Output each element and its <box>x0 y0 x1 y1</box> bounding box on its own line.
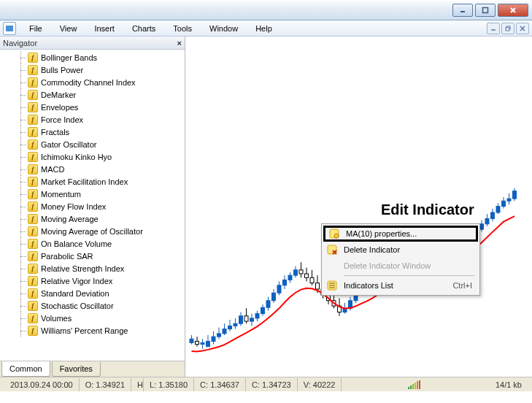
menu-bar: File View Insert Charts Tools Window Hel… <box>0 20 532 37</box>
indicator-item[interactable]: fRelative Strength Index <box>0 262 185 275</box>
function-icon: f <box>28 102 38 112</box>
indicator-label: Parabolic SAR <box>41 252 93 261</box>
indicator-item[interactable]: fGator Oscillator <box>0 138 185 150</box>
svg-rect-52 <box>305 274 309 277</box>
indicator-label: Fractals <box>41 128 69 137</box>
chart-area[interactable]: Edit Indicator MA(10) properties... Dele… <box>185 37 532 377</box>
svg-rect-40 <box>272 293 276 301</box>
window-close-button[interactable] <box>498 4 528 17</box>
menu-help[interactable]: Help <box>247 23 281 34</box>
indicator-item[interactable]: fMoving Average <box>0 212 185 225</box>
indicator-context-menu: MA(10) properties... Delete Indicator De… <box>321 223 480 296</box>
svg-rect-32 <box>250 318 254 321</box>
function-icon: f <box>28 189 38 199</box>
function-icon: f <box>28 77 38 88</box>
svg-rect-126 <box>507 199 511 201</box>
status-volume: V: 40222 <box>298 378 342 391</box>
menu-window[interactable]: Window <box>201 23 247 34</box>
function-icon: f <box>28 288 38 299</box>
indicator-label: Envelopes <box>41 103 78 112</box>
indicator-item[interactable]: fOn Balance Volume <box>0 237 185 250</box>
svg-rect-18 <box>212 337 215 341</box>
indicator-label: Bollinger Bands <box>41 53 97 62</box>
window-titlebar <box>0 0 532 20</box>
function-icon: f <box>28 139 38 150</box>
function-icon: f <box>28 202 38 212</box>
ctx-properties-label: MA(10) properties... <box>346 229 417 238</box>
menu-file[interactable]: File <box>20 23 51 34</box>
function-icon: f <box>28 239 38 249</box>
candlestick-chart <box>185 37 532 365</box>
svg-rect-46 <box>288 275 292 280</box>
indicator-item[interactable]: fMACD <box>0 163 185 175</box>
indicator-label: Bulls Power <box>41 66 83 74</box>
ctx-delete-window-label: Delete Indicator Window <box>344 261 431 270</box>
status-open: O: 1.34921 <box>80 378 131 391</box>
ctx-delete-indicator[interactable]: Delete Indicator <box>323 242 478 258</box>
indicator-item[interactable]: fFractals <box>0 126 185 138</box>
function-icon: f <box>28 90 38 100</box>
function-icon: f <box>28 164 38 174</box>
indicator-item[interactable]: fVolumes <box>0 312 185 324</box>
svg-rect-44 <box>283 280 287 285</box>
status-low: L: 1.35180 <box>144 378 194 391</box>
function-icon: f <box>28 301 38 311</box>
svg-point-130 <box>334 234 339 238</box>
indicator-label: Ichimoku Kinko Hyo <box>41 153 112 161</box>
mdi-controls <box>487 23 529 34</box>
properties-icon <box>327 226 342 241</box>
navigator-title: Navigator <box>3 39 37 47</box>
menu-charts[interactable]: Charts <box>123 23 164 34</box>
indicator-item[interactable]: fBulls Power <box>0 64 185 76</box>
menu-tools[interactable]: Tools <box>164 23 201 34</box>
window-minimize-button[interactable] <box>452 4 473 17</box>
ctx-properties[interactable]: MA(10) properties... <box>323 226 478 242</box>
indicator-label: Force Index <box>41 115 83 124</box>
indicator-item[interactable]: fMoney Flow Index <box>0 200 185 212</box>
indicator-item[interactable]: fMomentum <box>0 188 185 200</box>
menu-view[interactable]: View <box>51 23 86 34</box>
indicator-label: Money Flow Index <box>41 202 106 211</box>
ctx-delete-label: Delete Indicator <box>344 245 400 254</box>
function-icon: f <box>28 152 38 162</box>
mdi-close-button[interactable] <box>516 23 529 34</box>
svg-rect-56 <box>316 283 320 289</box>
indicator-item[interactable]: fBollinger Bands <box>0 51 185 64</box>
indicator-item[interactable]: fMoving Average of Oscillator <box>0 225 185 237</box>
indicator-item[interactable]: fCommodity Channel Index <box>0 76 185 88</box>
tab-favorites[interactable]: Favorites <box>52 362 101 377</box>
indicator-item[interactable]: fWilliams' Percent Range <box>0 324 185 337</box>
svg-rect-28 <box>239 316 243 324</box>
tab-common[interactable]: Common <box>1 361 50 377</box>
function-icon: f <box>28 326 38 336</box>
ctx-indicators-list[interactable]: Indicators List Ctrl+I <box>323 277 478 293</box>
indicator-item[interactable]: fStandard Deviation <box>0 287 185 299</box>
indicator-label: Relative Strength Index <box>41 264 124 273</box>
navigator-tree[interactable]: fBollinger BandsfBulls PowerfCommodity C… <box>0 50 185 361</box>
mdi-minimize-button[interactable] <box>487 23 500 34</box>
indicator-label: Market Facilitation Index <box>41 177 128 186</box>
app-icon <box>3 22 16 35</box>
delete-window-icon <box>325 258 339 273</box>
navigator-close-button[interactable]: × <box>177 39 182 47</box>
indicator-label: Relative Vigor Index <box>41 277 112 285</box>
indicator-item[interactable]: fParabolic SAR <box>0 250 185 262</box>
indicator-item[interactable]: fIchimoku Kinko Hyo <box>0 150 185 163</box>
indicator-item[interactable]: fEnvelopes <box>0 101 185 113</box>
mdi-restore-button[interactable] <box>501 23 514 34</box>
ctx-list-label: Indicators List <box>344 281 393 290</box>
indicator-label: Stochastic Oscillator <box>41 302 114 310</box>
svg-rect-48 <box>294 270 298 275</box>
window-maximize-button[interactable] <box>475 4 496 17</box>
indicator-label: Commodity Channel Index <box>41 78 136 87</box>
indicator-item[interactable]: fDeMarker <box>0 88 185 101</box>
indicator-item[interactable]: fRelative Vigor Index <box>0 275 185 287</box>
function-icon: f <box>28 127 38 137</box>
function-icon: f <box>28 276 38 286</box>
navigator-header: Navigator × <box>0 37 185 50</box>
edit-indicator-annotation: Edit Indicator <box>381 202 474 218</box>
indicator-item[interactable]: fMarket Facilitation Index <box>0 175 185 188</box>
menu-insert[interactable]: Insert <box>85 23 123 34</box>
indicator-item[interactable]: fForce Index <box>0 113 185 126</box>
indicator-item[interactable]: fStochastic Oscillator <box>0 299 185 312</box>
